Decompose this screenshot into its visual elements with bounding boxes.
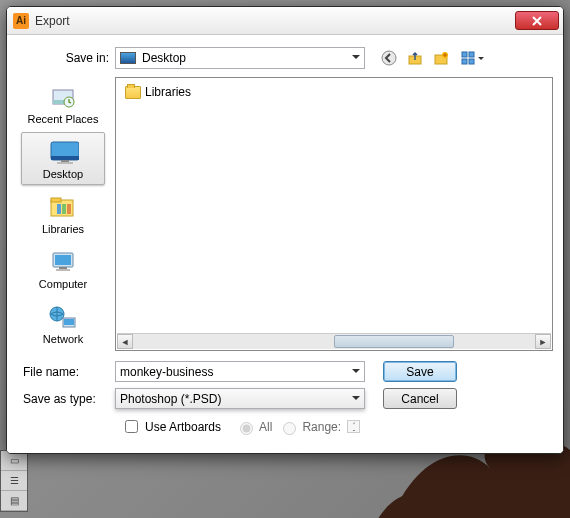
places-computer[interactable]: Computer — [21, 243, 105, 296]
save-button[interactable]: Save — [383, 361, 457, 382]
svg-rect-16 — [51, 198, 61, 202]
view-menu-icon — [460, 50, 476, 66]
file-item[interactable]: Libraries — [121, 83, 231, 101]
recent-places-icon — [47, 84, 79, 110]
svg-rect-7 — [469, 59, 474, 64]
cancel-button[interactable]: Cancel — [383, 388, 457, 409]
all-radio-label: All — [259, 420, 272, 434]
range-radio-input[interactable] — [283, 422, 296, 435]
network-icon — [47, 304, 79, 330]
svg-rect-26 — [64, 319, 74, 325]
scroll-thumb[interactable] — [334, 335, 454, 348]
save-as-type-label: Save as type: — [17, 392, 115, 406]
illustrator-side-panel: ▭ ☰ ▤ — [0, 450, 28, 512]
folder-up-icon — [407, 50, 423, 66]
svg-rect-22 — [59, 267, 67, 269]
view-menu-button[interactable] — [457, 48, 487, 68]
up-one-level-button[interactable] — [405, 48, 425, 68]
places-label: Desktop — [43, 168, 83, 180]
places-recent[interactable]: Recent Places — [21, 77, 105, 130]
file-item-name: Libraries — [145, 85, 191, 99]
back-button[interactable] — [379, 48, 399, 68]
back-icon — [381, 50, 397, 66]
app-icon: Ai — [13, 13, 29, 29]
places-desktop[interactable]: Desktop — [21, 132, 105, 185]
file-name-label: File name: — [17, 365, 115, 379]
panel-icon[interactable]: ☰ — [1, 471, 27, 491]
use-artboards-input[interactable] — [125, 420, 138, 433]
svg-rect-17 — [57, 204, 61, 214]
chevron-down-icon — [478, 57, 484, 63]
folder-icon — [125, 86, 141, 99]
libraries-icon — [47, 194, 79, 220]
places-label: Libraries — [42, 223, 84, 235]
svg-rect-13 — [61, 160, 69, 162]
horizontal-scrollbar[interactable]: ◄ ► — [117, 333, 551, 349]
places-label: Computer — [39, 278, 87, 290]
range-input[interactable] — [347, 420, 360, 433]
save-in-label: Save in: — [17, 51, 115, 65]
scroll-right-button[interactable]: ► — [535, 334, 551, 349]
svg-rect-6 — [462, 59, 467, 64]
window-title: Export — [35, 14, 515, 28]
svg-rect-14 — [57, 162, 73, 164]
desktop-icon — [47, 138, 79, 166]
scroll-left-button[interactable]: ◄ — [117, 334, 133, 349]
all-radio-input[interactable] — [240, 422, 253, 435]
save-in-value: Desktop — [142, 51, 186, 65]
chevron-down-icon — [352, 55, 360, 63]
svg-rect-21 — [55, 255, 71, 265]
close-button[interactable] — [515, 11, 559, 30]
svg-rect-5 — [469, 52, 474, 57]
export-dialog: Ai Export Save in: Desktop — [6, 6, 564, 454]
artboards-range-radio[interactable]: Range: — [278, 419, 341, 435]
new-folder-icon — [433, 50, 449, 66]
new-folder-button[interactable] — [431, 48, 451, 68]
file-name-value: monkey-business — [120, 365, 213, 379]
places-libraries[interactable]: Libraries — [21, 187, 105, 240]
svg-rect-18 — [62, 204, 66, 214]
svg-rect-4 — [462, 52, 467, 57]
titlebar: Ai Export — [7, 7, 563, 35]
file-name-input[interactable]: monkey-business — [115, 361, 365, 382]
places-bar: Recent Places Desktop Libraries Computer — [17, 77, 109, 351]
use-artboards-checkbox[interactable]: Use Artboards — [121, 417, 221, 436]
places-label: Network — [43, 333, 83, 345]
svg-rect-19 — [67, 204, 71, 214]
svg-rect-12 — [51, 156, 79, 160]
svg-rect-23 — [56, 269, 70, 271]
artboards-all-radio[interactable]: All — [235, 419, 272, 435]
close-icon — [531, 16, 543, 26]
range-radio-label: Range: — [302, 420, 341, 434]
computer-icon — [47, 249, 79, 275]
use-artboards-label: Use Artboards — [145, 420, 221, 434]
chevron-down-icon — [352, 369, 360, 377]
desktop-icon — [120, 52, 136, 64]
places-network[interactable]: Network — [21, 298, 105, 351]
panel-icon[interactable]: ▭ — [1, 451, 27, 471]
save-as-type-value: Photoshop (*.PSD) — [120, 392, 221, 406]
save-as-type-combo[interactable]: Photoshop (*.PSD) — [115, 388, 365, 409]
file-list-pane[interactable]: Libraries ◄ ► — [115, 77, 553, 351]
svg-point-0 — [382, 51, 396, 65]
places-label: Recent Places — [28, 113, 99, 125]
save-in-combo[interactable]: Desktop — [115, 47, 365, 69]
scroll-track[interactable] — [133, 334, 535, 349]
chevron-down-icon — [352, 396, 360, 404]
panel-icon[interactable]: ▤ — [1, 491, 27, 511]
